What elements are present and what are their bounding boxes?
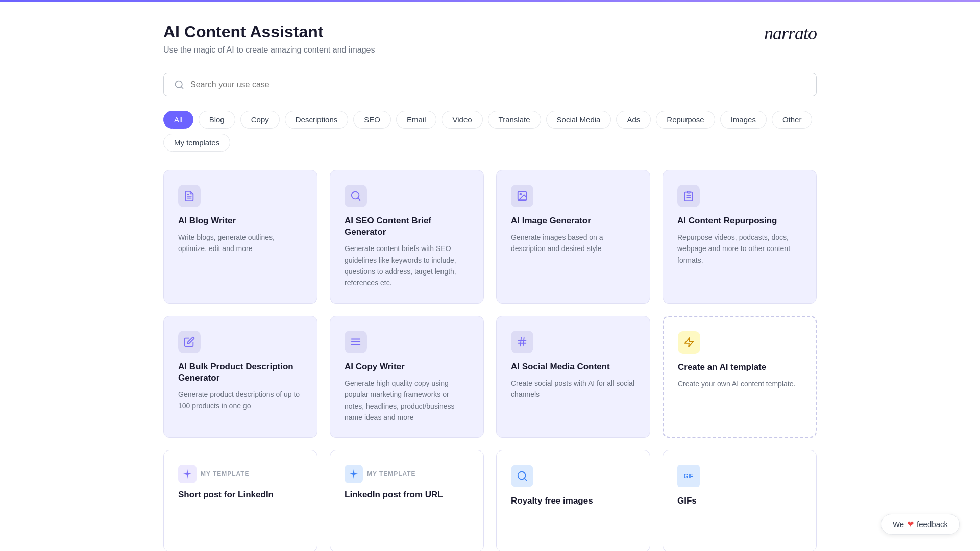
svg-line-6 (358, 198, 360, 200)
filter-tab-copy[interactable]: Copy (240, 111, 280, 129)
card-title: LinkedIn post from URL (345, 489, 469, 500)
card-title: GIFs (677, 495, 802, 507)
card-title: AI Bulk Product Description Generator (178, 361, 303, 384)
card-icon (511, 331, 533, 353)
filter-tab-other[interactable]: Other (772, 111, 813, 129)
svg-line-21 (524, 479, 526, 481)
filter-tab-translate[interactable]: Translate (488, 111, 541, 129)
card-title: AI Image Generator (511, 215, 635, 227)
logo-text: narrato (764, 23, 817, 43)
svg-marker-19 (685, 338, 694, 347)
my-template-badge: MY TEMPLATE (178, 465, 303, 483)
card-description: Write blogs, generate outlines, optimize… (178, 232, 303, 255)
logo: narrato (764, 22, 817, 44)
cards-grid: AI Blog Writer Write blogs, generate out… (163, 170, 817, 551)
card-icon (178, 185, 201, 207)
svg-rect-9 (687, 191, 690, 193)
search-bar[interactable] (163, 73, 817, 96)
card-copy-writer[interactable]: AI Copy Writer Generate high quality cop… (330, 316, 484, 438)
card-icon (511, 465, 533, 487)
card-description: Generate content briefs with SEO guideli… (345, 243, 469, 289)
card-title: Create an AI template (678, 362, 801, 373)
header-left: AI Content Assistant Use the magic of AI… (163, 22, 375, 55)
filter-tab-repurpose[interactable]: Repurpose (656, 111, 715, 129)
filter-tab-seo[interactable]: SEO (353, 111, 391, 129)
filter-tab-images[interactable]: Images (720, 111, 767, 129)
card-linkedin-short[interactable]: MY TEMPLATE Short post for LinkedIn (163, 450, 317, 551)
filter-tab-my-templates[interactable]: My templates (163, 134, 230, 152)
my-template-badge: MY TEMPLATE (345, 465, 469, 483)
card-icon (678, 331, 700, 354)
card-social-media[interactable]: AI Social Media Content Create social po… (496, 316, 650, 438)
card-icon (178, 331, 201, 353)
card-title: AI Social Media Content (511, 361, 635, 372)
card-description: Repurpose videos, podcasts, docs, webpag… (677, 232, 802, 266)
card-description: Create your own AI content template. (678, 378, 801, 389)
card-linkedin-url[interactable]: MY TEMPLATE LinkedIn post from URL (330, 450, 484, 551)
card-image-generator[interactable]: AI Image Generator Generate images based… (496, 170, 650, 304)
card-description: Create social posts with AI for all soci… (511, 378, 635, 400)
filter-tabs: AllBlogCopyDescriptionsSEOEmailVideoTran… (163, 111, 817, 152)
badge-label: MY TEMPLATE (367, 470, 415, 478)
card-icon: GIF (677, 465, 700, 487)
badge-label: MY TEMPLATE (201, 470, 249, 478)
card-description: Generate images based on a description a… (511, 232, 635, 255)
filter-tab-ads[interactable]: Ads (616, 111, 651, 129)
filter-tab-video[interactable]: Video (442, 111, 482, 129)
page-header: AI Content Assistant Use the magic of AI… (163, 22, 817, 55)
card-seo-content[interactable]: AI SEO Content Brief Generator Generate … (330, 170, 484, 304)
svg-line-17 (520, 338, 521, 346)
filter-tab-email[interactable]: Email (396, 111, 437, 129)
card-content-repurposing[interactable]: AI Content Repurposing Repurpose videos,… (663, 170, 817, 304)
feedback-we: We (893, 520, 904, 529)
card-title: AI Content Repurposing (677, 215, 802, 227)
card-icon (511, 185, 533, 207)
badge-icon (178, 465, 197, 483)
card-gifs[interactable]: GIF GIFs (663, 450, 817, 551)
search-input[interactable] (190, 80, 806, 89)
feedback-label-end: feedback (917, 520, 948, 529)
card-title: AI Blog Writer (178, 215, 303, 227)
card-create-template[interactable]: Create an AI template Create your own AI… (663, 316, 817, 438)
card-description: Generate product descriptions of up to 1… (178, 389, 303, 412)
svg-line-1 (181, 87, 183, 89)
feedback-heart-icon: ❤ (907, 519, 914, 529)
badge-icon (345, 465, 363, 483)
page-subtitle: Use the magic of AI to create amazing co… (163, 45, 375, 55)
filter-tab-descriptions[interactable]: Descriptions (285, 111, 349, 129)
search-icon (174, 80, 184, 90)
filter-tab-social-media[interactable]: Social Media (546, 111, 611, 129)
card-royalty-images[interactable]: Royalty free images (496, 450, 650, 551)
svg-point-8 (520, 193, 521, 195)
card-title: AI Copy Writer (345, 361, 469, 372)
card-icon (677, 185, 700, 207)
card-title: Royalty free images (511, 495, 635, 507)
card-title: Short post for LinkedIn (178, 489, 303, 500)
svg-line-18 (523, 338, 524, 346)
page-title: AI Content Assistant (163, 22, 375, 41)
card-description: Generate high quality copy using popular… (345, 378, 469, 423)
card-icon (345, 331, 367, 353)
feedback-button[interactable]: We ❤ feedback (881, 514, 960, 535)
filter-tab-all[interactable]: All (163, 111, 193, 129)
card-title: AI SEO Content Brief Generator (345, 215, 469, 238)
filter-tab-blog[interactable]: Blog (199, 111, 235, 129)
card-blog-writer[interactable]: AI Blog Writer Write blogs, generate out… (163, 170, 317, 304)
card-icon (345, 185, 367, 207)
card-bulk-product[interactable]: AI Bulk Product Description Generator Ge… (163, 316, 317, 438)
